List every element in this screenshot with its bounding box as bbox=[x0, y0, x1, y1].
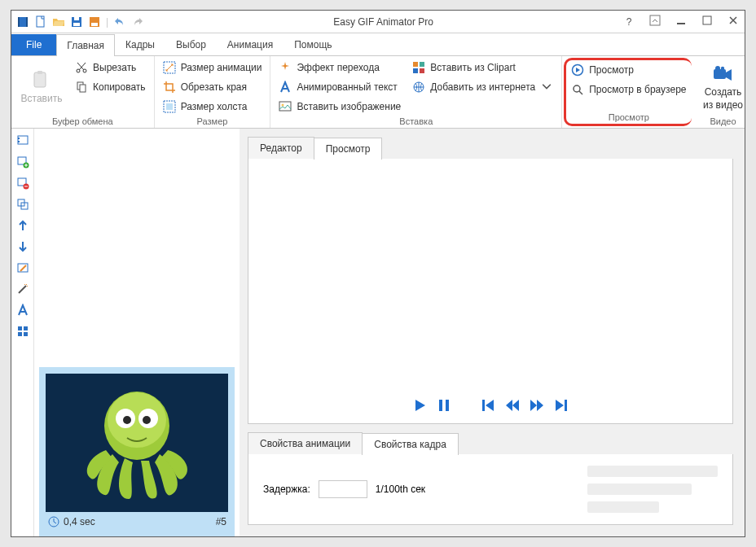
props-tabs: Свойства анимации Свойства кадра bbox=[248, 432, 733, 454]
paste-icon bbox=[29, 70, 54, 91]
cut-button[interactable]: Вырезать bbox=[73, 59, 147, 76]
create-from-video-button[interactable]: Создать из видео bbox=[700, 59, 747, 115]
arrow-down-icon[interactable] bbox=[15, 239, 30, 254]
svg-point-51 bbox=[123, 416, 131, 424]
last-icon[interactable] bbox=[554, 398, 569, 415]
svg-point-32 bbox=[720, 67, 723, 70]
tool-1-icon[interactable] bbox=[15, 133, 30, 148]
svg-rect-1 bbox=[18, 17, 20, 27]
insert-image-button[interactable]: Вставить изображение bbox=[277, 98, 402, 115]
frame-meta: 0,4 sec #5 bbox=[46, 512, 228, 530]
preview-button[interactable]: Просмотр bbox=[569, 62, 688, 78]
tab-preview[interactable]: Просмотр bbox=[314, 138, 383, 160]
tool-edit-icon[interactable] bbox=[15, 260, 30, 275]
from-web-button[interactable]: Добавить из интернета bbox=[411, 79, 555, 95]
save-icon[interactable] bbox=[70, 15, 83, 28]
frame-image bbox=[46, 374, 228, 512]
preview-browser-label: Просмотр в браузере bbox=[589, 84, 686, 95]
save-web-icon[interactable] bbox=[88, 15, 101, 28]
anim-text-button[interactable]: Анимированный текст bbox=[277, 79, 402, 95]
ribbon: Вставить Вырезать Копировать Буфер обмен… bbox=[11, 56, 745, 129]
preview-canvas bbox=[248, 159, 733, 424]
clipart-label: Вставить из Clipart bbox=[430, 62, 515, 73]
svg-rect-13 bbox=[37, 71, 42, 74]
undo-icon[interactable] bbox=[113, 15, 126, 28]
svg-rect-3 bbox=[37, 16, 44, 27]
svg-point-52 bbox=[143, 416, 151, 424]
preview-browser-button[interactable]: Просмотр в браузере bbox=[569, 81, 688, 98]
copy-button[interactable]: Копировать bbox=[73, 79, 147, 95]
window-controls: ? bbox=[622, 15, 740, 28]
svg-rect-54 bbox=[439, 400, 442, 411]
svg-rect-46 bbox=[24, 332, 28, 336]
tab-select[interactable]: Выбор bbox=[165, 33, 217, 55]
svg-rect-44 bbox=[24, 326, 28, 330]
crop-button[interactable]: Обрезать края bbox=[161, 79, 264, 95]
text-tool-icon[interactable] bbox=[15, 303, 30, 317]
frame-thumbnail[interactable]: 0,4 sec #5 bbox=[39, 367, 235, 536]
svg-rect-57 bbox=[565, 400, 567, 411]
play-icon[interactable] bbox=[412, 398, 427, 415]
tab-animation[interactable]: Анимация bbox=[217, 33, 284, 55]
group-size-label: Размер bbox=[161, 115, 264, 126]
tab-anim-props[interactable]: Свойства анимации bbox=[248, 432, 363, 454]
wand-icon[interactable] bbox=[15, 282, 30, 296]
tool-add-icon[interactable] bbox=[15, 155, 30, 169]
tool-dup-icon[interactable] bbox=[15, 197, 30, 212]
clipart-icon bbox=[412, 61, 425, 74]
paste-button[interactable]: Вставить bbox=[18, 59, 65, 115]
tab-help[interactable]: Помощь bbox=[284, 33, 342, 55]
anim-text-label: Анимированный текст bbox=[297, 81, 397, 93]
browser-search-icon bbox=[571, 83, 584, 96]
new-doc-icon[interactable] bbox=[34, 15, 47, 28]
sparkle-icon bbox=[279, 61, 292, 74]
prev-icon[interactable] bbox=[505, 398, 520, 415]
minimize-icon[interactable] bbox=[675, 15, 688, 28]
svg-rect-24 bbox=[420, 62, 424, 67]
preview-tabs: Редактор Просмотр bbox=[248, 137, 733, 159]
svg-rect-45 bbox=[18, 332, 22, 336]
file-tab[interactable]: File bbox=[11, 34, 56, 55]
tab-frame-props[interactable]: Свойства кадра bbox=[362, 433, 459, 455]
group-video: Создать из видео Видео bbox=[693, 56, 754, 128]
frame-index: #5 bbox=[216, 516, 226, 527]
svg-point-22 bbox=[282, 104, 284, 107]
group-clipboard-label: Буфер обмена bbox=[18, 115, 147, 126]
tab-frames[interactable]: Кадры bbox=[115, 33, 165, 55]
tool-remove-icon[interactable] bbox=[15, 176, 30, 190]
octopus-image bbox=[80, 381, 194, 505]
svg-rect-43 bbox=[18, 326, 22, 330]
camcorder-icon bbox=[711, 63, 736, 85]
canvas-size-button[interactable]: Размер холста bbox=[161, 98, 264, 115]
play-circle-icon bbox=[571, 63, 584, 77]
ribbon-toggle-icon[interactable] bbox=[648, 15, 662, 28]
transition-button[interactable]: Эффект перехода bbox=[277, 59, 402, 76]
tab-home[interactable]: Главная bbox=[56, 34, 115, 56]
app-window: | Easy GIF Animator Pro ? File Главная К… bbox=[11, 10, 745, 537]
redo-icon[interactable] bbox=[131, 15, 144, 28]
svg-rect-56 bbox=[482, 400, 485, 411]
tab-editor[interactable]: Редактор bbox=[248, 137, 314, 159]
open-folder-icon[interactable] bbox=[52, 15, 65, 28]
anim-size-button[interactable]: Размер анимации bbox=[161, 59, 264, 76]
ribbon-tabs: File Главная Кадры Выбор Анимация Помощь bbox=[11, 33, 745, 56]
from-web-label: Добавить из интернета bbox=[430, 81, 535, 93]
help-icon[interactable]: ? bbox=[622, 16, 635, 28]
first-icon[interactable] bbox=[481, 398, 495, 415]
film-icon[interactable] bbox=[16, 15, 29, 28]
video-label-1: Создать bbox=[705, 86, 742, 98]
clock-icon bbox=[47, 515, 60, 528]
delay-input[interactable] bbox=[319, 480, 367, 498]
close-icon[interactable] bbox=[727, 15, 740, 28]
svg-rect-17 bbox=[80, 85, 86, 92]
side-toolbar bbox=[11, 129, 34, 536]
transition-label: Эффект перехода bbox=[297, 62, 379, 73]
crop-label: Обрезать края bbox=[181, 81, 247, 93]
arrow-up-icon[interactable] bbox=[15, 218, 30, 233]
clipart-button[interactable]: Вставить из Clipart bbox=[411, 59, 555, 76]
next-icon[interactable] bbox=[530, 398, 544, 415]
svg-point-29 bbox=[574, 85, 580, 92]
grid-icon[interactable] bbox=[15, 324, 30, 339]
pause-icon[interactable] bbox=[437, 398, 451, 415]
maximize-icon[interactable] bbox=[701, 15, 714, 28]
